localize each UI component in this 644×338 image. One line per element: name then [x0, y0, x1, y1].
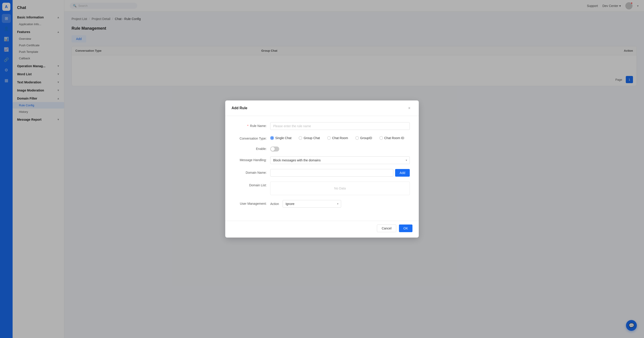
domain-list-area: No Data [270, 181, 410, 195]
user-management-action-label: Action [270, 202, 279, 206]
radio-single-chat-label: Single Chat [275, 136, 292, 140]
domain-input-row: Add [270, 169, 410, 177]
radio-group-id[interactable]: GroupID [355, 136, 372, 140]
form-row-conversation-type: Conversation Type: Single Chat Group Cha… [234, 135, 410, 140]
domain-add-button[interactable]: Add [395, 169, 410, 177]
conversation-type-label: Conversation Type: [234, 135, 270, 140]
conversation-type-control: Single Chat Group Chat Chat Room Gr [270, 135, 410, 140]
radio-group-id-label: GroupID [360, 136, 372, 140]
modal-header: Add Rule × [225, 100, 419, 116]
user-management-action-select[interactable]: Ignore Block Report [282, 200, 341, 208]
message-handling-label: Message Handling: [234, 157, 270, 162]
enable-label: Enable: [234, 145, 270, 151]
conversation-type-radio-group: Single Chat Group Chat Chat Room Gr [270, 135, 410, 140]
add-rule-modal: Add Rule × * Rule Name: Conversation Typ… [225, 100, 419, 238]
form-row-domain-name: Domain Name: Add [234, 169, 410, 177]
form-row-user-management: User Management: Action Ignore Block Rep… [234, 200, 410, 208]
radio-group-id-input[interactable] [355, 136, 359, 140]
radio-single-chat[interactable]: Single Chat [270, 136, 292, 140]
radio-chat-room-id-input[interactable] [380, 136, 383, 140]
radio-group-chat-input[interactable] [298, 136, 302, 140]
radio-chat-room-id[interactable]: Chat Room ID [380, 136, 404, 140]
radio-chat-room-label: Chat Room [332, 136, 348, 140]
ok-button[interactable]: OK [399, 224, 412, 232]
user-management-select-wrapper: Ignore Block Report ▾ [282, 200, 341, 208]
modal-footer: Cancel OK [225, 221, 419, 238]
form-row-message-handling: Message Handling: Block messages with th… [234, 157, 410, 164]
radio-chat-room-id-label: Chat Room ID [384, 136, 404, 140]
message-handling-select-wrapper: Block messages with the domains Allow me… [270, 157, 410, 164]
radio-group-chat[interactable]: Group Chat [298, 136, 320, 140]
radio-single-chat-input[interactable] [270, 136, 274, 140]
domain-name-input[interactable] [270, 169, 393, 177]
form-row-rule-name: * Rule Name: [234, 122, 410, 130]
rule-name-control [270, 122, 410, 130]
enable-control [270, 145, 410, 152]
radio-chat-room[interactable]: Chat Room [327, 136, 348, 140]
domain-name-control: Add [270, 169, 410, 177]
cancel-button[interactable]: Cancel [377, 224, 396, 232]
rule-name-label: * Rule Name: [234, 122, 270, 128]
modal-title: Add Rule [232, 106, 247, 110]
modal-body: * Rule Name: Conversation Type: Single C [225, 116, 419, 217]
domain-name-label: Domain Name: [234, 169, 270, 174]
domain-list-empty-text: No Data [334, 186, 346, 190]
domain-list-label: Domain List: [234, 181, 270, 187]
required-star: * [247, 124, 248, 128]
form-row-enable: Enable: [234, 145, 410, 152]
user-management-label: User Management: [234, 200, 270, 205]
rule-name-input[interactable] [270, 122, 410, 130]
toggle-knob [271, 147, 275, 151]
user-management-control: Action Ignore Block Report ▾ [270, 200, 410, 208]
modal-overlay: Add Rule × * Rule Name: Conversation Typ… [0, 0, 644, 338]
modal-close-button[interactable]: × [406, 105, 412, 111]
message-handling-control: Block messages with the domains Allow me… [270, 157, 410, 164]
radio-group-chat-label: Group Chat [304, 136, 320, 140]
message-handling-select[interactable]: Block messages with the domains Allow me… [270, 157, 410, 164]
domain-list-control: No Data [270, 181, 410, 195]
user-management-row: Action Ignore Block Report ▾ [270, 200, 410, 208]
form-row-domain-list: Domain List: No Data [234, 181, 410, 195]
radio-chat-room-input[interactable] [327, 136, 331, 140]
enable-toggle[interactable] [270, 147, 279, 152]
